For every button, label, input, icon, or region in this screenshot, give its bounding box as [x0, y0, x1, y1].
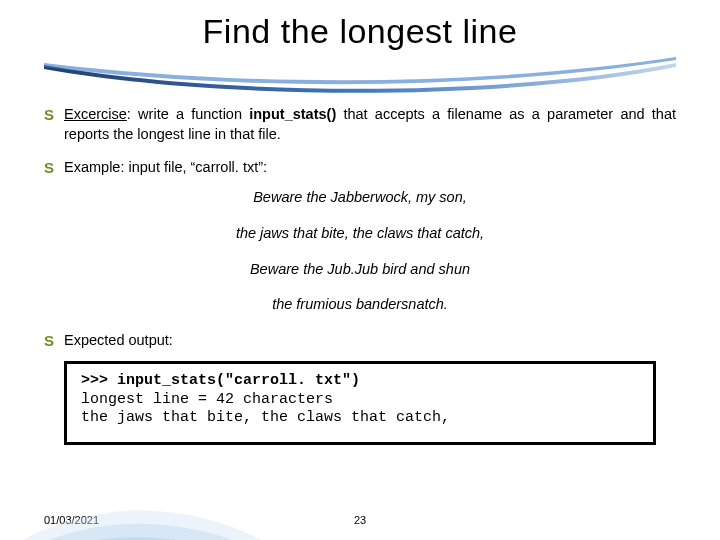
bullet-glyph: S [44, 158, 64, 178]
quote-line-1: Beware the Jabberwock, my son, [44, 188, 676, 208]
bullet-2-text: Example: input file, “carroll. txt”: [64, 158, 676, 178]
slide-content: S Excercise: write a function input_stat… [44, 105, 676, 445]
quote-line-3: Beware the Jub.Jub bird and shun [44, 260, 676, 280]
output-line-3: the jaws that bite, the claws that catch… [81, 409, 639, 428]
expected-output-box: >>> input_stats("carroll. txt") longest … [64, 361, 656, 445]
quote-line-2: the jaws that bite, the claws that catch… [44, 224, 676, 244]
title-separator [44, 57, 676, 95]
corner-swoosh [0, 460, 260, 540]
footer-page-number: 23 [354, 514, 366, 526]
bullet-3-text: Expected output: [64, 331, 676, 351]
output-line-2: longest line = 42 characters [81, 391, 639, 410]
bullet-3: S Expected output: [44, 331, 676, 351]
bullet-2: S Example: input file, “carroll. txt”: [44, 158, 676, 178]
exercise-label: Excercise [64, 106, 127, 122]
slide-title: Find the longest line [44, 12, 676, 51]
quote-block: Beware the Jabberwock, my son, the jaws … [44, 188, 676, 314]
slide-footer: 01/03/2021 23 [44, 514, 676, 526]
slide-root: Find the longest line S Excercise: write… [0, 0, 720, 540]
bullet-glyph: S [44, 105, 64, 125]
bullet-1: S Excercise: write a function input_stat… [44, 105, 676, 144]
t: write a function [138, 106, 249, 122]
bullet-1-text: Excercise: write a function input_stats(… [64, 105, 676, 144]
footer-date: 01/03/2021 [44, 514, 99, 526]
bullet-glyph: S [44, 331, 64, 351]
output-line-1: >>> input_stats("carroll. txt") [81, 372, 639, 391]
sep: : [127, 106, 138, 122]
function-name: input_stats() [249, 106, 336, 122]
quote-line-4: the frumious bandersnatch. [44, 295, 676, 315]
